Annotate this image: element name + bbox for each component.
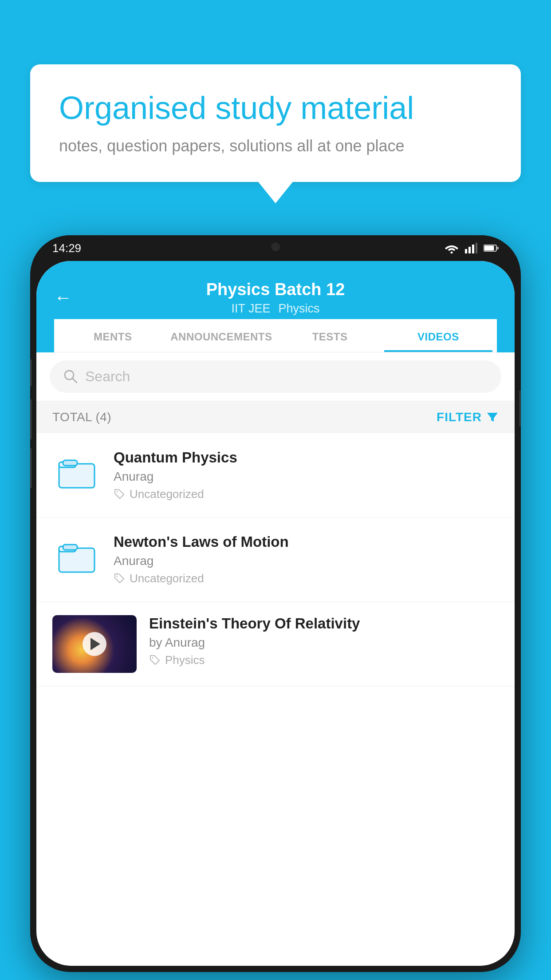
einstein-title: Einstein's Theory Of Relativity <box>149 615 499 632</box>
svg-point-17 <box>117 576 118 577</box>
wifi-icon <box>445 243 459 253</box>
svg-rect-7 <box>497 247 499 249</box>
video-item-quantum[interactable]: Quantum Physics Anurag Uncategorized <box>36 433 515 518</box>
total-count: TOTAL (4) <box>52 410 111 424</box>
power-button <box>519 391 521 426</box>
newton-title: Newton's Laws of Motion <box>114 533 499 550</box>
tag-icon-newton <box>114 573 125 584</box>
phone-frame: 14:29 <box>30 235 521 972</box>
filter-label: FILTER <box>437 410 482 424</box>
svg-rect-12 <box>63 460 77 466</box>
filter-funnel-icon <box>486 411 499 423</box>
volume-up-button <box>30 399 32 439</box>
einstein-info: Einstein's Theory Of Relativity by Anura… <box>149 615 499 667</box>
play-triangle-icon <box>91 638 100 650</box>
svg-rect-1 <box>465 249 467 253</box>
batch-title: Physics Batch 12 <box>206 280 345 300</box>
tag-icon-einstein <box>149 654 161 666</box>
newton-tag: Uncategorized <box>114 572 499 585</box>
quantum-info: Quantum Physics Anurag Uncategorized <box>114 449 499 501</box>
filter-bar: TOTAL (4) FILTER <box>36 401 515 433</box>
svg-rect-2 <box>468 247 471 253</box>
mute-button <box>30 360 32 386</box>
quantum-thumb <box>52 449 101 498</box>
quantum-title: Quantum Physics <box>114 449 499 466</box>
newton-tag-text: Uncategorized <box>130 572 204 585</box>
video-list: Quantum Physics Anurag Uncategorized <box>36 433 515 687</box>
search-icon <box>63 369 78 384</box>
app-header: ← Physics Batch 12 IIT JEE Physics MENTS… <box>36 261 515 352</box>
tag-icon-quantum <box>114 488 125 500</box>
bubble-title: Organised study material <box>59 89 492 127</box>
quantum-tag: Uncategorized <box>114 487 499 501</box>
search-bar[interactable]: Search <box>50 360 501 393</box>
thumbnail-bg <box>52 615 137 673</box>
battery-icon <box>484 244 499 252</box>
svg-rect-6 <box>484 246 494 251</box>
filter-button[interactable]: FILTER <box>437 410 499 424</box>
quantum-author: Anurag <box>114 470 499 484</box>
quantum-tag-text: Uncategorized <box>130 487 204 501</box>
tabs-bar: MENTS ANNOUNCEMENTS TESTS VIDEOS <box>54 319 497 352</box>
volume-down-button <box>30 448 32 488</box>
header-title-group: Physics Batch 12 IIT JEE Physics <box>206 280 345 316</box>
signal-icon <box>465 243 477 253</box>
einstein-author: by Anurag <box>149 636 499 650</box>
play-button[interactable] <box>83 632 106 656</box>
notch <box>240 235 311 258</box>
status-time: 14:29 <box>52 241 81 255</box>
newton-author: Anurag <box>114 554 499 568</box>
svg-line-9 <box>72 378 77 383</box>
svg-rect-3 <box>472 245 474 253</box>
video-item-newton[interactable]: Newton's Laws of Motion Anurag Uncategor… <box>36 518 515 602</box>
folder-icon-quantum <box>57 454 97 494</box>
camera-dot <box>271 242 280 251</box>
newton-thumb <box>52 533 101 582</box>
einstein-tag: Physics <box>149 653 499 667</box>
video-item-einstein[interactable]: Einstein's Theory Of Relativity by Anura… <box>36 602 515 687</box>
tab-videos[interactable]: VIDEOS <box>384 319 492 352</box>
newton-info: Newton's Laws of Motion Anurag Uncategor… <box>114 533 499 585</box>
header-subtitle: IIT JEE Physics <box>206 302 345 316</box>
svg-rect-4 <box>476 243 477 253</box>
bubble-subtitle: notes, question papers, solutions all at… <box>59 137 492 155</box>
speech-bubble: Organised study material notes, question… <box>30 64 521 182</box>
search-container: Search <box>36 352 515 401</box>
svg-rect-16 <box>63 545 77 550</box>
svg-point-13 <box>117 491 118 493</box>
tab-ments[interactable]: MENTS <box>59 319 167 352</box>
search-placeholder: Search <box>85 368 130 385</box>
einstein-tag-text: Physics <box>165 653 205 667</box>
status-icons <box>445 243 499 253</box>
tab-tests[interactable]: TESTS <box>276 319 384 352</box>
phone-screen: ← Physics Batch 12 IIT JEE Physics MENTS… <box>36 261 515 966</box>
tag-physics: Physics <box>278 302 319 316</box>
tab-announcements[interactable]: ANNOUNCEMENTS <box>167 319 276 352</box>
tag-iitjee: IIT JEE <box>231 302 270 316</box>
back-button[interactable]: ← <box>54 288 72 308</box>
folder-icon-newton <box>57 538 97 578</box>
svg-point-18 <box>152 657 153 659</box>
einstein-thumbnail <box>52 615 137 673</box>
svg-point-0 <box>451 252 453 254</box>
